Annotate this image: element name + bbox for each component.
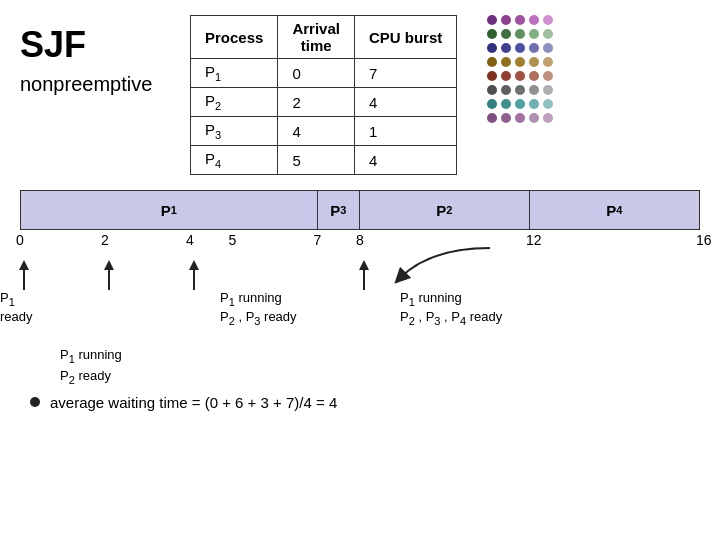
dot	[487, 57, 497, 67]
table-row: P3 4 1	[191, 117, 457, 146]
process-cell: P1	[191, 59, 278, 88]
bullet-icon	[30, 397, 40, 407]
arrow-head	[189, 260, 199, 270]
arrow-line	[108, 270, 110, 290]
avg-waiting-time: average waiting time = (0 + 6 + 3 + 7)/4…	[50, 394, 337, 411]
arrow-line	[193, 270, 195, 290]
gantt-bar-1: P1	[21, 191, 318, 229]
col-arrival: Arrivaltime	[278, 16, 355, 59]
burst-cell: 4	[354, 88, 456, 117]
dot	[543, 43, 553, 53]
col-burst: CPU burst	[354, 16, 456, 59]
gantt-bar-3: P3	[318, 191, 360, 229]
dot	[543, 29, 553, 39]
arrival-cell: 2	[278, 88, 355, 117]
arrival-cell: 4	[278, 117, 355, 146]
nonpreemptive-label: nonpreemptive	[20, 73, 170, 96]
dot	[501, 85, 511, 95]
col-process: Process	[191, 16, 278, 59]
burst-cell: 7	[354, 59, 456, 88]
dot	[487, 15, 497, 25]
arrival-cell: 5	[278, 146, 355, 175]
annot-p1-running-p2p3p4: P1 runningP2 , P3 , P4 ready	[400, 290, 502, 328]
up-arrow-4	[189, 260, 199, 290]
annot-p1-ready: P1ready	[0, 290, 33, 326]
top-section: SJF nonpreemptive Process Arrivaltime CP…	[0, 0, 720, 185]
dot	[515, 99, 525, 109]
time-marker-0: 0	[16, 232, 24, 248]
dot	[515, 113, 525, 123]
dot	[501, 15, 511, 25]
dot	[501, 71, 511, 81]
p1-running-p2-label: P1 runningP2 ready	[60, 346, 700, 388]
dot	[529, 71, 539, 81]
dot	[529, 99, 539, 109]
dot	[515, 85, 525, 95]
annot-p1-running-p2p3: P1 runningP2 , P3 ready	[220, 290, 297, 328]
dot	[515, 29, 525, 39]
dot	[543, 71, 553, 81]
arrow-head	[19, 260, 29, 270]
annot-texts-container: P1ready P1 runningP2 , P3 ready P1 runni…	[0, 290, 720, 342]
time-marker-4: 4	[186, 232, 194, 248]
dot	[515, 43, 525, 53]
time-marker-2: 2	[101, 232, 109, 248]
dot	[501, 113, 511, 123]
dot	[515, 57, 525, 67]
time-marker-7: 7	[314, 232, 322, 248]
dot	[543, 99, 553, 109]
arrival-cell: 0	[278, 59, 355, 88]
dot	[501, 99, 511, 109]
burst-cell: 1	[354, 117, 456, 146]
bottom-section: P1 runningP2 ready average waiting time …	[0, 342, 720, 411]
dot	[487, 113, 497, 123]
time-marker-5: 5	[229, 232, 237, 248]
process-cell: P4	[191, 146, 278, 175]
dot	[529, 43, 539, 53]
dot	[501, 29, 511, 39]
dot	[501, 43, 511, 53]
dot	[515, 71, 525, 81]
left-text: SJF nonpreemptive	[20, 10, 170, 96]
arrow-head	[104, 260, 114, 270]
table-row: P1 0 7	[191, 59, 457, 88]
dot	[543, 85, 553, 95]
dot	[487, 99, 497, 109]
gantt-bar-container: P1P3P2P4	[20, 190, 700, 230]
arrow-line	[23, 270, 25, 290]
dot	[529, 113, 539, 123]
dot	[543, 15, 553, 25]
dot	[515, 15, 525, 25]
up-arrow-0	[19, 260, 29, 290]
time-marker-16: 16	[696, 232, 712, 248]
dot	[487, 71, 497, 81]
gantt-bar-2: P2	[360, 191, 530, 229]
dot	[529, 15, 539, 25]
dot	[487, 85, 497, 95]
bullet-row: average waiting time = (0 + 6 + 3 + 7)/4…	[30, 394, 700, 411]
dot	[543, 57, 553, 67]
process-table: Process Arrivaltime CPU burst P1 0 7 P2 …	[190, 15, 457, 175]
dot	[529, 85, 539, 95]
dot	[529, 29, 539, 39]
dot	[543, 113, 553, 123]
sjf-label: SJF	[20, 25, 170, 65]
dot	[487, 29, 497, 39]
up-arrow-2	[104, 260, 114, 290]
table-row: P2 2 4	[191, 88, 457, 117]
dot	[529, 57, 539, 67]
curved-arrow	[340, 238, 560, 288]
table-row: P4 5 4	[191, 146, 457, 175]
burst-cell: 4	[354, 146, 456, 175]
dot-grid	[487, 15, 555, 125]
dot	[501, 57, 511, 67]
dot	[487, 43, 497, 53]
process-cell: P3	[191, 117, 278, 146]
process-cell: P2	[191, 88, 278, 117]
gantt-bar-4: P4	[530, 191, 700, 229]
